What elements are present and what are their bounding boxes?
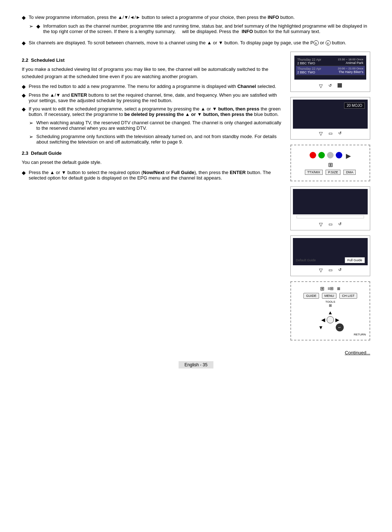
channel-box: 20 MOJO — [293, 100, 368, 129]
sub-diamond-1-text: Information such as the channel number, … — [43, 23, 370, 34]
epg-row-1: Thursday 22 Apr 2 BBC TWO 15:30 ~ 18:00 … — [296, 57, 365, 66]
top-section: ◆ To view programme information, press t… — [22, 15, 370, 46]
s22-sub-2-text: Scheduling programme only functions with… — [36, 134, 283, 145]
arrow-bullet-1: ➢ ◆ Information such as the channel numb… — [29, 23, 370, 37]
tools-btn-group: TOOLS ⊞ — [326, 300, 335, 307]
colorbtns-content: ▶ ⊞ TTX/MIX P.SIZE DMA — [293, 148, 367, 178]
tools-label: TOOLS — [326, 300, 335, 303]
chlist-button[interactable]: CH LIST — [339, 293, 357, 299]
screen-5-btn-refresh: ↺ — [338, 267, 342, 273]
arrow-mid-row: ◀ ▶ — [320, 316, 341, 323]
screen-4-btn-square: ▭ — [328, 222, 332, 227]
up-arrow-icon[interactable]: ▲ — [326, 309, 334, 316]
continued-text: Continued... — [22, 350, 370, 355]
s22-bullet-2: ◆ Press the ▲/▼ and ENTER buttons to set… — [22, 92, 283, 103]
s22-bullet-1-text: Press the red button to add a new progra… — [29, 84, 276, 89]
tools-icon: ⊞ — [329, 303, 332, 307]
red-button[interactable] — [310, 152, 316, 158]
right-arrow-icon[interactable]: ▶ — [334, 316, 341, 323]
screen-2-btn-square: ▭ — [328, 131, 332, 136]
grid-icon: ⊞ — [328, 161, 333, 168]
bullet-2: ◆ Six channels are displayed. To scroll … — [22, 40, 370, 46]
screen-default-guide: Default Guide Full Guide ▽ ▭ ↺ — [290, 235, 370, 276]
down-arrow-icon[interactable]: ▼ — [317, 324, 325, 331]
left-arrow-icon[interactable]: ◀ — [320, 316, 327, 323]
return-label: RETURN — [295, 333, 366, 336]
grid-icon-area: ⊞ — [295, 161, 366, 168]
screen-5-buttons: ▽ ▭ ↺ — [293, 265, 368, 274]
epg-title-2: The Hairy Biker's — [338, 70, 364, 74]
section-22-number: 2.2 — [22, 57, 28, 63]
epg-channel-name-1: 2 BBC TWO — [297, 61, 321, 65]
ttxmix-button[interactable]: TTX/MIX — [305, 170, 323, 175]
s22-bullet-3: ◆ If you want to edit the scheduled prog… — [22, 106, 283, 117]
dma-button[interactable]: DMA — [343, 170, 356, 175]
left-column: 2.2 Scheduled List If you make a schedul… — [22, 52, 283, 343]
guide-button[interactable]: GUIDE — [303, 293, 319, 299]
screen-epg-inner: Thursday 22 Apr 2 BBC TWO 15:30 ~ 18:00 … — [293, 54, 368, 81]
s22-sub-1-text: When watching analog TV, the reserved DT… — [36, 120, 283, 131]
screen-blank: ▽ ▭ ↺ — [290, 186, 370, 230]
default-guide-screen: Default Guide Full Guide — [293, 238, 368, 265]
screen-2-btn-minus: ▽ — [319, 131, 323, 136]
remote-icons-area: ⊞ ≡⊞ ≣ GUIDE MENU CH LIST — [293, 284, 367, 338]
return-icon[interactable]: ↩ — [336, 323, 344, 331]
screen-epg: Thursday 22 Apr 2 BBC TWO 15:30 ~ 18:00 … — [290, 52, 370, 92]
screen-guide-remote: ⊞ ≡⊞ ≣ GUIDE MENU CH LIST — [290, 281, 370, 340]
channel-number-display: 20 MOJO — [344, 102, 365, 109]
diamond-icon-s22-2: ◆ — [22, 92, 26, 103]
grey-button[interactable] — [327, 152, 334, 158]
screen-4-btn-refresh: ↺ — [338, 222, 342, 227]
tools-row: TOOLS ⊞ — [326, 300, 335, 307]
epg-empty — [296, 75, 365, 78]
epg-title-1: Animal Park — [338, 61, 364, 65]
blue-button[interactable] — [336, 152, 342, 158]
sub-diamond-1: ◆ Information such as the channel number… — [36, 23, 370, 34]
guide-menu-icons-row: ⊞ ≡⊞ ≣ — [320, 286, 340, 291]
section-23-number: 2.3 — [22, 150, 28, 156]
section-22-header: 2.2 Scheduled List — [22, 57, 283, 63]
chlist-icon: ≣ — [337, 286, 340, 291]
epg-channel-1: Thursday 22 Apr — [297, 58, 321, 61]
diamond-icon-s22-3: ◆ — [22, 106, 26, 117]
arrow-cluster: ▲ ◀ ▶ ▼ ↩ — [317, 309, 344, 331]
chlist-icon-group: ≣ — [337, 286, 340, 291]
s22-sub-2: ➢ Scheduling programme only functions wi… — [29, 134, 283, 145]
menu-icon-group: ≡⊞ — [327, 286, 334, 291]
epg-row-1-right: 15:30 ~ 18:00 Once Animal Park — [338, 58, 364, 65]
enter-circle[interactable] — [327, 316, 334, 323]
green-button[interactable] — [318, 152, 325, 158]
menu-button[interactable]: MENU — [322, 293, 337, 299]
right-column: Thursday 22 Apr 2 BBC TWO 15:30 ~ 18:00 … — [290, 52, 370, 343]
epg-row-2-right: 20:00 ~ 21:00 Once The Hairy Biker's — [338, 67, 364, 74]
epg-row-1-left: Thursday 22 Apr 2 BBC TWO — [297, 58, 321, 65]
section-23-desc: You can preset the default guide style. — [22, 159, 283, 166]
bullet-1: ◆ To view programme information, press t… — [22, 15, 370, 20]
psize-button[interactable]: P.SIZE — [326, 170, 340, 175]
s22-bullet-3-text: If you want to edit the scheduled progra… — [29, 106, 283, 117]
page-label: English - 35 — [179, 361, 213, 368]
color-buttons-row: ▶ — [295, 152, 366, 160]
diamond-icon: ◆ — [22, 15, 26, 20]
diamond-icon-s23-1: ◆ — [22, 170, 26, 181]
screen-1-btn-refresh: ↺ — [328, 83, 332, 89]
screen-4-buttons: ▽ ▭ ↺ — [293, 219, 368, 228]
screen-1-buttons: ▽ ↺ — [293, 81, 368, 89]
s22-sub-1: ➢ When watching analog TV, the reserved … — [29, 120, 283, 131]
section-23-header: 2.3 Default Guide — [22, 150, 283, 156]
s22-bullet-1: ◆ Press the red button to add a new prog… — [22, 84, 283, 89]
epg-time-1: 15:30 ~ 18:00 Once — [338, 58, 364, 61]
epg-row-2-left: Thursday 22 Apr 2 BBC TWO — [297, 67, 321, 74]
diamond-icon-2: ◆ — [22, 40, 26, 46]
arrow-icon-1: ➢ — [29, 23, 33, 37]
bullet-2-text: Six channels are displayed. To scroll be… — [29, 40, 346, 46]
arrow-icon-s22-2: ➢ — [29, 134, 33, 145]
section-23: 2.3 Default Guide You can preset the def… — [22, 150, 283, 181]
bottom-bar: English - 35 — [22, 358, 370, 368]
epg-screen: Thursday 22 Apr 2 BBC TWO 15:30 ~ 18:00 … — [294, 56, 366, 80]
guide-grid-icon: ⊞ — [320, 286, 324, 291]
arrow-icon-s22-1: ➢ — [29, 120, 33, 131]
epg-channel-name-2: 2 BBC TWO — [297, 70, 321, 74]
s23-bullet-1-text: Press the ▲ or ▼ button to select the re… — [29, 170, 283, 181]
menu-lines-icon: ≡⊞ — [327, 286, 334, 291]
